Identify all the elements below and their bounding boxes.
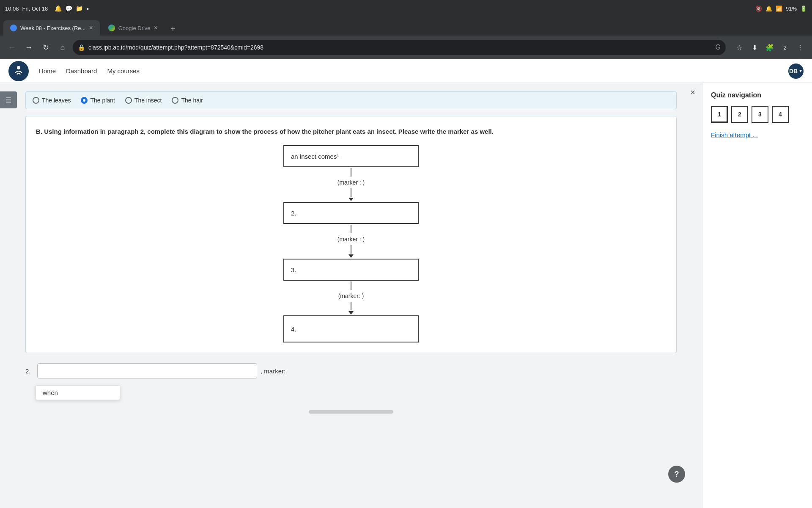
reload-button[interactable]: ↻ — [39, 41, 52, 54]
flow-box-4: 4. — [283, 315, 419, 342]
address-bar-row: ← → ↻ ⌂ 🔒 class.ipb.ac.id/mod/quiz/attem… — [0, 36, 812, 59]
flow-marker-1: (marker : ) — [337, 177, 365, 188]
radio-options-row: The leaves The plant The insect The hair — [25, 91, 677, 109]
main-area: ☰ The leaves The plant The insect — [0, 83, 812, 508]
horizontal-scrollbar[interactable] — [309, 410, 393, 414]
arrow-line-2 — [351, 225, 351, 233]
flow-marker-3: (marker: ) — [338, 291, 364, 301]
radio-option-plant[interactable]: The plant — [81, 97, 115, 104]
mute-icon: 🔇 — [755, 6, 762, 12]
question-b-text: B. Using information in paragraph 2, com… — [36, 127, 666, 137]
radio-circle-hair — [172, 97, 178, 104]
battery-icon: 🔋 — [800, 6, 807, 12]
bookmark-button[interactable]: ☆ — [732, 41, 746, 54]
flow-box-3: 3. — [283, 259, 419, 281]
arrow-line-3b — [351, 302, 351, 310]
radio-circle-plant — [81, 97, 88, 104]
url-display: class.ipb.ac.id/mod/quiz/attempt.php?att… — [88, 44, 263, 51]
radio-option-hair[interactable]: The hair — [172, 97, 203, 104]
autocomplete-when[interactable]: when — [36, 386, 120, 400]
answer-text-input[interactable] — [37, 363, 257, 378]
arrow-line-1 — [351, 168, 351, 177]
tab-google-drive[interactable]: Google Drive × — [102, 20, 165, 36]
new-tab-button[interactable]: + — [166, 22, 180, 36]
radio-label-hair: The hair — [181, 97, 203, 104]
profile-button[interactable]: 2 — [778, 41, 792, 54]
flow-marker-2: (marker : ) — [337, 234, 365, 244]
flow-box-4-label: 4. — [291, 326, 296, 333]
answer-input-row: 2. , marker: — [25, 360, 677, 382]
arrow-line-1b — [351, 188, 351, 197]
arrow-line-3 — [351, 282, 351, 290]
finish-attempt-link[interactable]: Finish attempt ... — [711, 131, 758, 138]
extensions-button[interactable]: 🧩 — [763, 41, 776, 54]
arrow-head-3 — [348, 311, 354, 315]
tab-gdrive-close[interactable]: × — [154, 24, 158, 32]
user-initials: DB — [789, 68, 798, 75]
quiz-nav-num-2[interactable]: 2 — [731, 106, 748, 123]
tab-gdrive-title: Google Drive — [118, 25, 151, 31]
close-icon: × — [690, 88, 695, 97]
question-b-box: B. Using information in paragraph 2, com… — [25, 116, 677, 353]
nav-home[interactable]: Home — [39, 67, 56, 75]
download-button[interactable]: ⬇ — [748, 41, 761, 54]
translate-icon[interactable]: G — [716, 44, 721, 51]
time-display: 10:08 — [5, 6, 19, 12]
menu-lines-icon: ☰ — [5, 96, 11, 104]
flow-box-3-label: 3. — [291, 266, 296, 273]
answer-marker-label: , marker: — [261, 367, 285, 375]
nav-links: Home Dashboard My courses — [39, 67, 140, 75]
quiz-content[interactable]: The leaves The plant The insect The hair — [0, 83, 702, 508]
answer-number: 2. — [25, 367, 34, 375]
quiz-nav-num-1[interactable]: 1 — [711, 106, 728, 123]
quiz-nav-num-3[interactable]: 3 — [752, 106, 768, 123]
user-menu[interactable]: DB ▼ — [788, 64, 804, 79]
radio-label-plant: The plant — [90, 97, 115, 104]
flow-diagram: an insect comes¹ (marker : ) 2. — [36, 145, 666, 342]
radio-option-insect[interactable]: The insect — [125, 97, 162, 104]
dropdown-icon: ▼ — [798, 69, 803, 73]
folder-icon: 📁 — [76, 5, 83, 12]
help-button[interactable]: ? — [668, 466, 685, 483]
arrow-head-1 — [348, 198, 354, 201]
radio-option-leaves[interactable]: The leaves — [33, 97, 71, 104]
flow-arrow-3: (marker: ) — [338, 281, 364, 315]
tab-week08-close[interactable]: × — [89, 24, 93, 32]
quiz-nav-numbers: 1 2 3 4 — [711, 106, 804, 123]
dot-icon: ● — [86, 6, 89, 11]
site-logo — [8, 61, 29, 81]
notification-icon: 🔔 — [55, 5, 62, 12]
nav-dashboard[interactable]: Dashboard — [66, 67, 97, 75]
question-b-body: Using information in paragraph 2, comple… — [44, 128, 494, 135]
battery-display: 91% — [786, 6, 797, 12]
tab-week08[interactable]: Week 08 - Exercises (Re... × — [3, 20, 100, 36]
flow-arrow-2: (marker : ) — [337, 224, 365, 259]
home-button[interactable]: ⌂ — [56, 41, 69, 54]
radio-circle-insect — [125, 97, 132, 104]
question-b-label: B. — [36, 128, 42, 135]
radio-circle-leaves — [33, 97, 39, 104]
radio-label-leaves: The leaves — [42, 97, 71, 104]
lock-icon: 🔒 — [78, 44, 85, 51]
close-panel-button[interactable]: × — [687, 86, 699, 98]
radio-label-insect: The insect — [134, 97, 162, 104]
back-button[interactable]: ← — [5, 41, 19, 54]
forward-button[interactable]: → — [22, 41, 36, 54]
help-icon: ? — [675, 470, 679, 479]
nav-mycourses[interactable]: My courses — [107, 67, 140, 75]
flow-box-1-text: an insect comes¹ — [291, 153, 339, 160]
quiz-nav-num-4[interactable]: 4 — [772, 106, 789, 123]
flow-box-2-label: 2. — [291, 210, 296, 217]
whatsapp-icon: 💬 — [65, 5, 72, 12]
quiz-nav-title: Quiz navigation — [711, 91, 804, 99]
autocomplete-dropdown[interactable]: when — [36, 385, 120, 400]
tab-bar: Week 08 - Exercises (Re... × Google Driv… — [0, 17, 812, 36]
wifi-icon: 📶 — [776, 6, 782, 12]
arrow-line-2b — [351, 245, 351, 254]
date-display: Fri, Oct 18 — [22, 6, 48, 12]
notif-icon: 🔔 — [765, 6, 772, 12]
sidebar-toggle-button[interactable]: ☰ — [0, 91, 17, 108]
menu-button[interactable]: ⋮ — [793, 41, 807, 54]
address-bar[interactable]: 🔒 class.ipb.ac.id/mod/quiz/attempt.php?a… — [73, 40, 726, 55]
user-avatar[interactable]: DB ▼ — [788, 64, 804, 79]
